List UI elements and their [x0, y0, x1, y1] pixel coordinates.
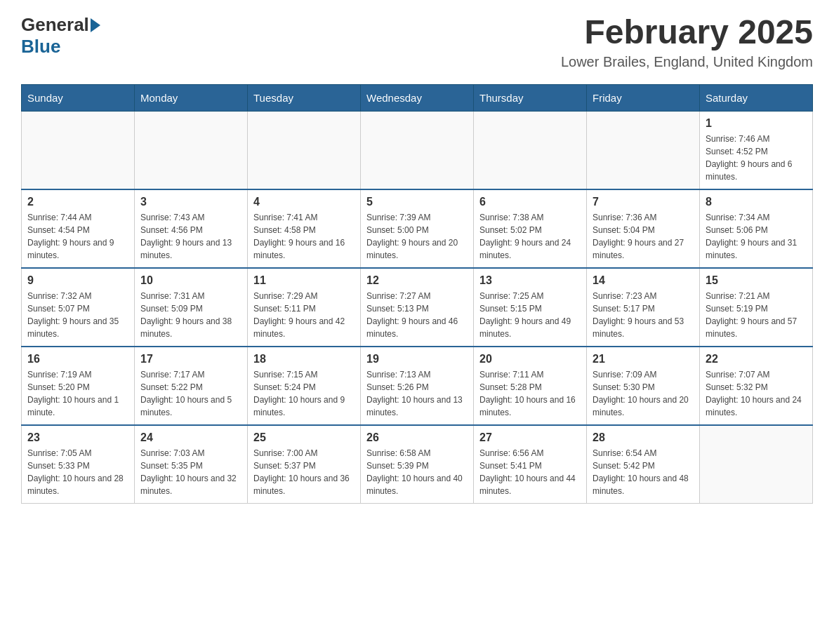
day-number: 9 — [27, 274, 128, 287]
day-number: 10 — [140, 274, 241, 287]
calendar-header-row: SundayMondayTuesdayWednesdayThursdayFrid… — [22, 84, 813, 111]
calendar-day-cell: 3Sunrise: 7:43 AM Sunset: 4:56 PM Daylig… — [135, 189, 248, 268]
calendar-day-cell: 16Sunrise: 7:19 AM Sunset: 5:20 PM Dayli… — [22, 347, 135, 425]
calendar-day-cell: 25Sunrise: 7:00 AM Sunset: 5:37 PM Dayli… — [248, 425, 361, 504]
day-number: 8 — [706, 196, 807, 208]
day-number: 23 — [27, 431, 128, 444]
day-number: 22 — [706, 353, 807, 365]
calendar-day-cell — [248, 111, 361, 189]
day-number: 5 — [366, 196, 468, 208]
calendar-title: February 2025 — [561, 14, 813, 51]
day-info: Sunrise: 7:11 AM Sunset: 5:28 PM Dayligh… — [479, 368, 581, 419]
calendar-day-cell: 28Sunrise: 6:54 AM Sunset: 5:42 PM Dayli… — [587, 425, 700, 504]
calendar-day-cell: 22Sunrise: 7:07 AM Sunset: 5:32 PM Dayli… — [700, 347, 813, 425]
day-info: Sunrise: 7:15 AM Sunset: 5:24 PM Dayligh… — [253, 368, 355, 419]
calendar-day-cell: 6Sunrise: 7:38 AM Sunset: 5:02 PM Daylig… — [474, 189, 587, 268]
logo-general-text: General — [21, 14, 89, 36]
day-info: Sunrise: 7:09 AM Sunset: 5:30 PM Dayligh… — [593, 368, 694, 419]
day-info: Sunrise: 7:39 AM Sunset: 5:00 PM Dayligh… — [366, 211, 468, 262]
day-number: 4 — [253, 196, 355, 208]
calendar-day-cell — [700, 425, 813, 504]
day-info: Sunrise: 7:36 AM Sunset: 5:04 PM Dayligh… — [593, 211, 694, 262]
calendar-week-row: 1Sunrise: 7:46 AM Sunset: 4:52 PM Daylig… — [22, 111, 813, 189]
calendar-day-cell: 2Sunrise: 7:44 AM Sunset: 4:54 PM Daylig… — [22, 189, 135, 268]
calendar-day-cell: 17Sunrise: 7:17 AM Sunset: 5:22 PM Dayli… — [135, 347, 248, 425]
column-header-tuesday: Tuesday — [248, 84, 361, 111]
day-info: Sunrise: 7:13 AM Sunset: 5:26 PM Dayligh… — [366, 368, 468, 419]
calendar-day-cell — [361, 111, 474, 189]
calendar-day-cell: 1Sunrise: 7:46 AM Sunset: 4:52 PM Daylig… — [700, 111, 813, 189]
calendar-day-cell — [22, 111, 135, 189]
calendar-day-cell: 11Sunrise: 7:29 AM Sunset: 5:11 PM Dayli… — [248, 268, 361, 347]
day-number: 15 — [706, 274, 807, 287]
day-number: 16 — [27, 353, 128, 365]
calendar-subtitle: Lower Brailes, England, United Kingdom — [561, 54, 813, 70]
day-number: 17 — [140, 353, 241, 365]
calendar-day-cell: 27Sunrise: 6:56 AM Sunset: 5:41 PM Dayli… — [474, 425, 587, 504]
title-area: February 2025 Lower Brailes, England, Un… — [561, 14, 813, 70]
calendar-week-row: 16Sunrise: 7:19 AM Sunset: 5:20 PM Dayli… — [22, 347, 813, 425]
day-info: Sunrise: 7:44 AM Sunset: 4:54 PM Dayligh… — [27, 211, 128, 262]
day-info: Sunrise: 7:17 AM Sunset: 5:22 PM Dayligh… — [140, 368, 241, 419]
calendar-week-row: 23Sunrise: 7:05 AM Sunset: 5:33 PM Dayli… — [22, 425, 813, 504]
column-header-saturday: Saturday — [700, 84, 813, 111]
calendar-day-cell — [474, 111, 587, 189]
day-info: Sunrise: 7:07 AM Sunset: 5:32 PM Dayligh… — [706, 368, 807, 419]
day-info: Sunrise: 7:19 AM Sunset: 5:20 PM Dayligh… — [27, 368, 128, 419]
day-number: 27 — [479, 431, 581, 444]
day-info: Sunrise: 6:56 AM Sunset: 5:41 PM Dayligh… — [479, 447, 581, 497]
day-number: 6 — [479, 196, 581, 208]
day-number: 21 — [593, 353, 694, 365]
day-number: 19 — [366, 353, 468, 365]
day-number: 1 — [706, 117, 807, 130]
calendar-day-cell: 20Sunrise: 7:11 AM Sunset: 5:28 PM Dayli… — [474, 347, 587, 425]
calendar-day-cell: 10Sunrise: 7:31 AM Sunset: 5:09 PM Dayli… — [135, 268, 248, 347]
calendar-day-cell: 12Sunrise: 7:27 AM Sunset: 5:13 PM Dayli… — [361, 268, 474, 347]
calendar-day-cell: 14Sunrise: 7:23 AM Sunset: 5:17 PM Dayli… — [587, 268, 700, 347]
logo: General Blue — [21, 14, 102, 58]
day-info: Sunrise: 7:43 AM Sunset: 4:56 PM Dayligh… — [140, 211, 241, 262]
day-info: Sunrise: 7:03 AM Sunset: 5:35 PM Dayligh… — [140, 447, 241, 497]
calendar-day-cell: 21Sunrise: 7:09 AM Sunset: 5:30 PM Dayli… — [587, 347, 700, 425]
calendar-day-cell: 9Sunrise: 7:32 AM Sunset: 5:07 PM Daylig… — [22, 268, 135, 347]
day-info: Sunrise: 7:05 AM Sunset: 5:33 PM Dayligh… — [27, 447, 128, 497]
logo-triangle-icon — [91, 18, 100, 32]
day-info: Sunrise: 6:58 AM Sunset: 5:39 PM Dayligh… — [366, 447, 468, 497]
calendar-day-cell: 8Sunrise: 7:34 AM Sunset: 5:06 PM Daylig… — [700, 189, 813, 268]
day-number: 3 — [140, 196, 241, 208]
calendar-day-cell: 24Sunrise: 7:03 AM Sunset: 5:35 PM Dayli… — [135, 425, 248, 504]
day-info: Sunrise: 7:41 AM Sunset: 4:58 PM Dayligh… — [253, 211, 355, 262]
day-info: Sunrise: 7:00 AM Sunset: 5:37 PM Dayligh… — [253, 447, 355, 497]
day-info: Sunrise: 7:31 AM Sunset: 5:09 PM Dayligh… — [140, 290, 241, 340]
day-info: Sunrise: 7:29 AM Sunset: 5:11 PM Dayligh… — [253, 290, 355, 340]
calendar-day-cell: 13Sunrise: 7:25 AM Sunset: 5:15 PM Dayli… — [474, 268, 587, 347]
day-number: 18 — [253, 353, 355, 365]
day-number: 26 — [366, 431, 468, 444]
calendar-day-cell: 23Sunrise: 7:05 AM Sunset: 5:33 PM Dayli… — [22, 425, 135, 504]
calendar-day-cell: 15Sunrise: 7:21 AM Sunset: 5:19 PM Dayli… — [700, 268, 813, 347]
day-number: 20 — [479, 353, 581, 365]
day-info: Sunrise: 7:21 AM Sunset: 5:19 PM Dayligh… — [706, 290, 807, 340]
day-number: 28 — [593, 431, 694, 444]
calendar-day-cell: 18Sunrise: 7:15 AM Sunset: 5:24 PM Dayli… — [248, 347, 361, 425]
day-info: Sunrise: 7:32 AM Sunset: 5:07 PM Dayligh… — [27, 290, 128, 340]
calendar-day-cell: 5Sunrise: 7:39 AM Sunset: 5:00 PM Daylig… — [361, 189, 474, 268]
calendar-day-cell — [135, 111, 248, 189]
calendar-week-row: 2Sunrise: 7:44 AM Sunset: 4:54 PM Daylig… — [22, 189, 813, 268]
logo-blue-text: Blue — [21, 36, 60, 58]
page-header: General Blue February 2025 Lower Brailes… — [21, 14, 813, 70]
day-number: 12 — [366, 274, 468, 287]
day-info: Sunrise: 7:25 AM Sunset: 5:15 PM Dayligh… — [479, 290, 581, 340]
calendar-day-cell: 19Sunrise: 7:13 AM Sunset: 5:26 PM Dayli… — [361, 347, 474, 425]
day-number: 11 — [253, 274, 355, 287]
day-number: 14 — [593, 274, 694, 287]
calendar-day-cell: 7Sunrise: 7:36 AM Sunset: 5:04 PM Daylig… — [587, 189, 700, 268]
column-header-wednesday: Wednesday — [361, 84, 474, 111]
day-number: 13 — [479, 274, 581, 287]
day-number: 2 — [27, 196, 128, 208]
calendar-table: SundayMondayTuesdayWednesdayThursdayFrid… — [21, 84, 813, 504]
day-info: Sunrise: 6:54 AM Sunset: 5:42 PM Dayligh… — [593, 447, 694, 497]
day-number: 25 — [253, 431, 355, 444]
day-info: Sunrise: 7:38 AM Sunset: 5:02 PM Dayligh… — [479, 211, 581, 262]
day-info: Sunrise: 7:27 AM Sunset: 5:13 PM Dayligh… — [366, 290, 468, 340]
